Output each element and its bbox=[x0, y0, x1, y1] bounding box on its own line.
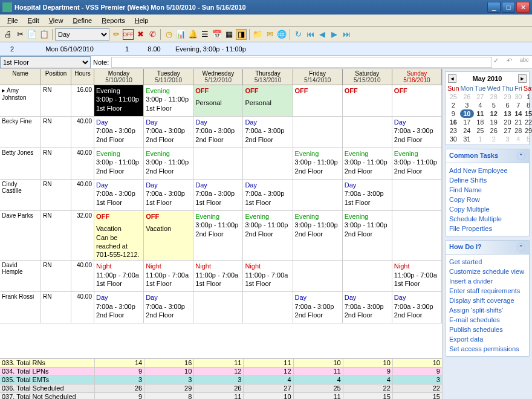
pencil-icon[interactable]: ✏ bbox=[111, 29, 122, 40]
schedule-cell[interactable]: Night11:00p - 7:00a1st Floor bbox=[144, 261, 193, 291]
cal-day[interactable]: 8 bbox=[523, 101, 532, 109]
col-day-6[interactable]: Sunday5/16/2010 bbox=[392, 69, 442, 85]
schedule-cell[interactable]: Evening3:00p - 11:00p2nd Floor bbox=[343, 148, 392, 179]
cal-day[interactable]: 19 bbox=[487, 118, 501, 126]
cal-day[interactable]: 24 bbox=[460, 126, 474, 135]
cal-day[interactable]: 1 bbox=[523, 92, 532, 101]
schedule-cell[interactable]: OFF bbox=[343, 85, 392, 116]
schedule-cell[interactable] bbox=[293, 117, 343, 148]
cal-day[interactable]: 2 bbox=[447, 101, 460, 109]
task-link[interactable]: Enter staff requirements bbox=[449, 286, 525, 296]
col-day-5[interactable]: Saturday5/15/2010 bbox=[343, 69, 392, 85]
copy-icon[interactable]: 📄 bbox=[27, 29, 37, 40]
schedule-cell[interactable]: Day7:00a - 3:00p2nd Floor bbox=[293, 292, 343, 323]
nav-first-icon[interactable]: ⏮ bbox=[305, 29, 316, 40]
schedule-cell[interactable]: OFFPersonal bbox=[243, 85, 293, 116]
web-icon[interactable]: 🌐 bbox=[276, 29, 287, 40]
schedule-cell[interactable]: Evening3:00p - 11:00p2nd Floor bbox=[293, 211, 343, 260]
schedule-cell[interactable]: Night11:00p - 7:00a1st Floor bbox=[193, 261, 243, 291]
cal-day[interactable]: 14 bbox=[514, 109, 523, 118]
task-link[interactable]: Display shift coverage bbox=[449, 296, 525, 305]
cal-day[interactable]: 17 bbox=[460, 118, 474, 126]
schedule-cell[interactable]: Day7:00a - 3:00p2nd Floor bbox=[94, 292, 144, 323]
menu-define[interactable]: Define bbox=[68, 16, 97, 25]
schedule-cell[interactable]: Day7:00a - 3:00p2nd Floor bbox=[193, 117, 243, 148]
task-link[interactable]: Add New Employee bbox=[449, 166, 525, 175]
schedule-cell[interactable]: Day7:00a - 3:00p1st Floor bbox=[94, 180, 144, 210]
howdoi-header[interactable]: How Do I? ⌃ bbox=[446, 241, 529, 255]
panel-icon[interactable]: ◨ bbox=[236, 29, 247, 40]
task-link[interactable]: Customize schedule view bbox=[449, 267, 525, 276]
clock-icon[interactable]: ◷ bbox=[163, 29, 174, 40]
col-day-0[interactable]: Monday5/10/2010 bbox=[94, 69, 144, 85]
schedule-cell[interactable]: Day7:00a - 3:00p2nd Floor bbox=[94, 117, 144, 148]
schedule-cell[interactable]: Day7:00a - 3:00p1st Floor bbox=[243, 180, 293, 210]
cal-day[interactable]: 22 bbox=[523, 118, 532, 126]
schedule-cell[interactable] bbox=[392, 211, 442, 260]
schedule-cell[interactable] bbox=[243, 292, 293, 323]
nav-last-icon[interactable]: ⏭ bbox=[341, 29, 352, 40]
task-link[interactable]: Assign 'split-shifts' bbox=[449, 305, 525, 315]
schedule-cell[interactable]: OFFVacationCan be reached at 701-555-121… bbox=[94, 211, 144, 260]
task-link[interactable]: E-mail schedules bbox=[449, 315, 525, 325]
schedule-cell[interactable]: Day7:00a - 3:00p2nd Floor bbox=[392, 292, 442, 323]
cal-day[interactable]: 1 bbox=[474, 135, 487, 143]
cal-day[interactable]: 16 bbox=[447, 118, 460, 126]
col-day-1[interactable]: Tuesday5/11/2010 bbox=[144, 69, 193, 85]
cal-day[interactable]: 4 bbox=[514, 135, 523, 143]
task-link[interactable]: Find Name bbox=[449, 185, 525, 195]
task-link[interactable]: Publish schedules bbox=[449, 325, 525, 334]
cal-day[interactable]: 3 bbox=[501, 135, 514, 143]
task-link[interactable]: Get started bbox=[449, 257, 525, 267]
maximize-button[interactable]: □ bbox=[502, 2, 515, 13]
cut-icon[interactable]: ✂ bbox=[15, 29, 25, 40]
schedule-cell[interactable]: Evening3:00p - 11:00p2nd Floor bbox=[343, 211, 392, 260]
cal-day[interactable]: 30 bbox=[447, 135, 460, 143]
schedule-cell[interactable] bbox=[343, 261, 392, 291]
cal-day[interactable]: 7 bbox=[514, 101, 523, 109]
menu-help[interactable]: Help bbox=[130, 16, 154, 25]
task-link[interactable]: Insert a divider bbox=[449, 276, 525, 286]
schedule-cell[interactable]: OFF bbox=[293, 85, 343, 116]
cal-day[interactable]: 29 bbox=[523, 126, 532, 135]
abc-icon[interactable]: abc bbox=[520, 57, 531, 68]
refresh-icon[interactable]: ↻ bbox=[293, 29, 303, 40]
bell-icon[interactable]: 🔔 bbox=[187, 29, 198, 40]
print-icon[interactable]: 🖨 bbox=[2, 29, 13, 40]
schedule-cell[interactable] bbox=[343, 117, 392, 148]
floor-select[interactable]: 1st Floor bbox=[0, 56, 91, 68]
menu-edit[interactable]: Edit bbox=[23, 16, 44, 25]
schedule-cell[interactable]: Day7:00a - 3:00p2nd Floor bbox=[144, 117, 193, 148]
col-day-4[interactable]: Friday5/14/2010 bbox=[293, 69, 343, 85]
off-icon[interactable]: OFF bbox=[123, 29, 134, 40]
cal-day[interactable]: 4 bbox=[474, 101, 487, 109]
task-link[interactable]: Copy Row bbox=[449, 195, 525, 204]
cal-day[interactable]: 2 bbox=[487, 135, 501, 143]
cal-day[interactable]: 31 bbox=[460, 135, 474, 143]
cal-day[interactable]: 28 bbox=[514, 126, 523, 135]
menu-view[interactable]: View bbox=[44, 16, 68, 25]
schedule-cell[interactable]: Day7:00a - 3:00p2nd Floor bbox=[243, 117, 293, 148]
cal-day[interactable]: 23 bbox=[447, 126, 460, 135]
schedule-cell[interactable]: OFF bbox=[392, 85, 442, 116]
cal-day[interactable]: 29 bbox=[501, 92, 514, 101]
schedule-cell[interactable]: Day7:00a - 3:00p2nd Floor bbox=[343, 292, 392, 323]
cal-day[interactable]: 6 bbox=[501, 101, 514, 109]
phone-icon[interactable]: ✆ bbox=[147, 29, 158, 40]
schedule-cell[interactable]: Evening3:00p - 11:00p2nd Floor bbox=[94, 148, 144, 179]
schedule-cell[interactable] bbox=[293, 261, 343, 291]
schedule-cell[interactable] bbox=[392, 180, 442, 210]
common-tasks-header[interactable]: Common Tasks ⌃ bbox=[446, 149, 529, 163]
menu-reports[interactable]: Reports bbox=[97, 16, 130, 25]
cal-day[interactable]: 21 bbox=[514, 118, 523, 126]
schedule-cell[interactable] bbox=[243, 148, 293, 179]
cal-day[interactable]: 25 bbox=[447, 92, 460, 101]
task-link[interactable]: Schedule Multiple bbox=[449, 214, 525, 224]
schedule-cell[interactable]: Day7:00a - 3:00p2nd Floor bbox=[392, 117, 442, 148]
cal-day[interactable]: 10 bbox=[460, 109, 474, 118]
cal-day[interactable]: 30 bbox=[514, 92, 523, 101]
schedule-cell[interactable]: Evening3:00p - 11:00p2nd Floor bbox=[293, 148, 343, 179]
cal-day[interactable]: 11 bbox=[474, 109, 487, 118]
cal-day[interactable]: 9 bbox=[447, 109, 460, 118]
close-button[interactable]: ✕ bbox=[516, 2, 530, 13]
